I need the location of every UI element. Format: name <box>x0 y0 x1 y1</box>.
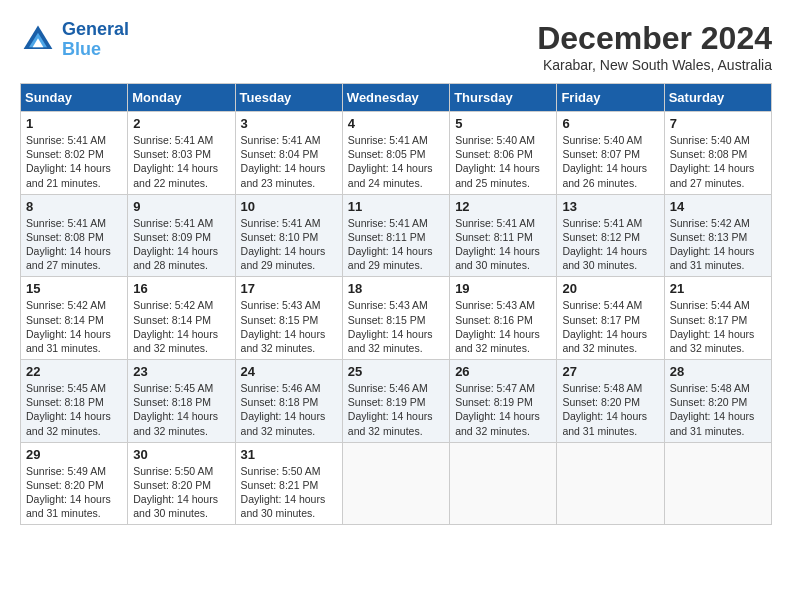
day-info: Sunrise: 5:44 AMSunset: 8:17 PMDaylight:… <box>562 298 658 355</box>
day-info: Sunrise: 5:42 AMSunset: 8:14 PMDaylight:… <box>26 298 122 355</box>
day-number: 25 <box>348 364 444 379</box>
day-info: Sunrise: 5:46 AMSunset: 8:18 PMDaylight:… <box>241 381 337 438</box>
calendar-cell: 13Sunrise: 5:41 AMSunset: 8:12 PMDayligh… <box>557 194 664 277</box>
weekday-header-tuesday: Tuesday <box>235 84 342 112</box>
day-info: Sunrise: 5:41 AMSunset: 8:03 PMDaylight:… <box>133 133 229 190</box>
weekday-header-friday: Friday <box>557 84 664 112</box>
day-info: Sunrise: 5:50 AMSunset: 8:20 PMDaylight:… <box>133 464 229 521</box>
calendar-cell: 26Sunrise: 5:47 AMSunset: 8:19 PMDayligh… <box>450 360 557 443</box>
day-number: 31 <box>241 447 337 462</box>
day-info: Sunrise: 5:45 AMSunset: 8:18 PMDaylight:… <box>26 381 122 438</box>
day-number: 14 <box>670 199 766 214</box>
day-number: 26 <box>455 364 551 379</box>
calendar-week-row: 15Sunrise: 5:42 AMSunset: 8:14 PMDayligh… <box>21 277 772 360</box>
day-info: Sunrise: 5:44 AMSunset: 8:17 PMDaylight:… <box>670 298 766 355</box>
day-number: 17 <box>241 281 337 296</box>
day-number: 7 <box>670 116 766 131</box>
day-number: 28 <box>670 364 766 379</box>
calendar-cell: 5Sunrise: 5:40 AMSunset: 8:06 PMDaylight… <box>450 112 557 195</box>
day-info: Sunrise: 5:41 AMSunset: 8:11 PMDaylight:… <box>455 216 551 273</box>
title-block: December 2024 Karabar, New South Wales, … <box>537 20 772 73</box>
day-info: Sunrise: 5:40 AMSunset: 8:07 PMDaylight:… <box>562 133 658 190</box>
calendar-cell: 16Sunrise: 5:42 AMSunset: 8:14 PMDayligh… <box>128 277 235 360</box>
day-number: 24 <box>241 364 337 379</box>
day-number: 29 <box>26 447 122 462</box>
day-number: 2 <box>133 116 229 131</box>
day-info: Sunrise: 5:47 AMSunset: 8:19 PMDaylight:… <box>455 381 551 438</box>
calendar-cell: 28Sunrise: 5:48 AMSunset: 8:20 PMDayligh… <box>664 360 771 443</box>
day-info: Sunrise: 5:50 AMSunset: 8:21 PMDaylight:… <box>241 464 337 521</box>
day-info: Sunrise: 5:41 AMSunset: 8:11 PMDaylight:… <box>348 216 444 273</box>
calendar-cell <box>450 442 557 525</box>
day-number: 1 <box>26 116 122 131</box>
calendar-cell: 25Sunrise: 5:46 AMSunset: 8:19 PMDayligh… <box>342 360 449 443</box>
calendar-week-row: 29Sunrise: 5:49 AMSunset: 8:20 PMDayligh… <box>21 442 772 525</box>
day-number: 27 <box>562 364 658 379</box>
calendar-cell: 19Sunrise: 5:43 AMSunset: 8:16 PMDayligh… <box>450 277 557 360</box>
day-info: Sunrise: 5:41 AMSunset: 8:02 PMDaylight:… <box>26 133 122 190</box>
calendar-cell: 18Sunrise: 5:43 AMSunset: 8:15 PMDayligh… <box>342 277 449 360</box>
calendar-cell <box>664 442 771 525</box>
calendar-week-row: 8Sunrise: 5:41 AMSunset: 8:08 PMDaylight… <box>21 194 772 277</box>
day-info: Sunrise: 5:41 AMSunset: 8:08 PMDaylight:… <box>26 216 122 273</box>
day-info: Sunrise: 5:41 AMSunset: 8:09 PMDaylight:… <box>133 216 229 273</box>
calendar-cell: 17Sunrise: 5:43 AMSunset: 8:15 PMDayligh… <box>235 277 342 360</box>
calendar-cell: 20Sunrise: 5:44 AMSunset: 8:17 PMDayligh… <box>557 277 664 360</box>
day-number: 22 <box>26 364 122 379</box>
calendar-cell: 31Sunrise: 5:50 AMSunset: 8:21 PMDayligh… <box>235 442 342 525</box>
calendar-cell: 7Sunrise: 5:40 AMSunset: 8:08 PMDaylight… <box>664 112 771 195</box>
weekday-header-row: SundayMondayTuesdayWednesdayThursdayFrid… <box>21 84 772 112</box>
calendar-cell <box>342 442 449 525</box>
day-info: Sunrise: 5:42 AMSunset: 8:14 PMDaylight:… <box>133 298 229 355</box>
weekday-header-monday: Monday <box>128 84 235 112</box>
calendar-cell: 10Sunrise: 5:41 AMSunset: 8:10 PMDayligh… <box>235 194 342 277</box>
calendar-cell: 2Sunrise: 5:41 AMSunset: 8:03 PMDaylight… <box>128 112 235 195</box>
day-number: 9 <box>133 199 229 214</box>
day-info: Sunrise: 5:42 AMSunset: 8:13 PMDaylight:… <box>670 216 766 273</box>
weekday-header-wednesday: Wednesday <box>342 84 449 112</box>
day-number: 6 <box>562 116 658 131</box>
calendar-cell: 1Sunrise: 5:41 AMSunset: 8:02 PMDaylight… <box>21 112 128 195</box>
day-info: Sunrise: 5:43 AMSunset: 8:15 PMDaylight:… <box>348 298 444 355</box>
day-info: Sunrise: 5:40 AMSunset: 8:08 PMDaylight:… <box>670 133 766 190</box>
day-number: 10 <box>241 199 337 214</box>
day-number: 8 <box>26 199 122 214</box>
day-number: 11 <box>348 199 444 214</box>
calendar-cell: 22Sunrise: 5:45 AMSunset: 8:18 PMDayligh… <box>21 360 128 443</box>
calendar-cell: 11Sunrise: 5:41 AMSunset: 8:11 PMDayligh… <box>342 194 449 277</box>
day-info: Sunrise: 5:40 AMSunset: 8:06 PMDaylight:… <box>455 133 551 190</box>
day-info: Sunrise: 5:41 AMSunset: 8:10 PMDaylight:… <box>241 216 337 273</box>
calendar-cell: 15Sunrise: 5:42 AMSunset: 8:14 PMDayligh… <box>21 277 128 360</box>
day-number: 12 <box>455 199 551 214</box>
calendar-cell: 12Sunrise: 5:41 AMSunset: 8:11 PMDayligh… <box>450 194 557 277</box>
calendar-cell: 3Sunrise: 5:41 AMSunset: 8:04 PMDaylight… <box>235 112 342 195</box>
day-number: 15 <box>26 281 122 296</box>
calendar-cell: 29Sunrise: 5:49 AMSunset: 8:20 PMDayligh… <box>21 442 128 525</box>
day-info: Sunrise: 5:43 AMSunset: 8:16 PMDaylight:… <box>455 298 551 355</box>
calendar-table: SundayMondayTuesdayWednesdayThursdayFrid… <box>20 83 772 525</box>
day-info: Sunrise: 5:48 AMSunset: 8:20 PMDaylight:… <box>670 381 766 438</box>
logo-text: General Blue <box>62 20 129 60</box>
calendar-week-row: 1Sunrise: 5:41 AMSunset: 8:02 PMDaylight… <box>21 112 772 195</box>
day-number: 13 <box>562 199 658 214</box>
calendar-cell <box>557 442 664 525</box>
day-number: 20 <box>562 281 658 296</box>
day-number: 30 <box>133 447 229 462</box>
day-number: 16 <box>133 281 229 296</box>
day-info: Sunrise: 5:41 AMSunset: 8:05 PMDaylight:… <box>348 133 444 190</box>
day-number: 23 <box>133 364 229 379</box>
day-number: 21 <box>670 281 766 296</box>
calendar-cell: 23Sunrise: 5:45 AMSunset: 8:18 PMDayligh… <box>128 360 235 443</box>
weekday-header-thursday: Thursday <box>450 84 557 112</box>
calendar-cell: 4Sunrise: 5:41 AMSunset: 8:05 PMDaylight… <box>342 112 449 195</box>
location-title: Karabar, New South Wales, Australia <box>537 57 772 73</box>
calendar-cell: 8Sunrise: 5:41 AMSunset: 8:08 PMDaylight… <box>21 194 128 277</box>
day-number: 5 <box>455 116 551 131</box>
day-info: Sunrise: 5:48 AMSunset: 8:20 PMDaylight:… <box>562 381 658 438</box>
calendar-cell: 24Sunrise: 5:46 AMSunset: 8:18 PMDayligh… <box>235 360 342 443</box>
day-info: Sunrise: 5:43 AMSunset: 8:15 PMDaylight:… <box>241 298 337 355</box>
logo: General Blue <box>20 20 129 60</box>
day-info: Sunrise: 5:46 AMSunset: 8:19 PMDaylight:… <box>348 381 444 438</box>
month-title: December 2024 <box>537 20 772 57</box>
day-info: Sunrise: 5:41 AMSunset: 8:04 PMDaylight:… <box>241 133 337 190</box>
